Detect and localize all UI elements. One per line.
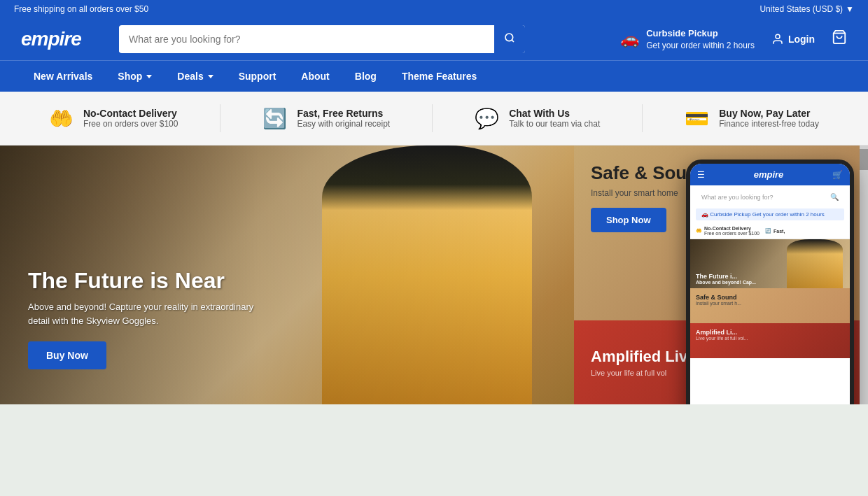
login-button[interactable]: Login <box>771 33 815 45</box>
mobile-cart-icon: 🛒 <box>832 170 843 180</box>
mobile-screen: ☰ empire 🛒 What are you looking for? 🔍 🚗… <box>690 164 850 404</box>
logo[interactable]: empire <box>21 28 105 50</box>
search-input[interactable] <box>119 27 494 52</box>
hero-right-panels: Safe & Sound Install your smart home Sho… <box>574 146 868 404</box>
feature-divider-1 <box>220 104 220 132</box>
mobile-panel-safe: Safe & Sound Install your smart h... <box>690 288 850 323</box>
mobile-search-icon: 🔍 <box>830 193 839 201</box>
mobile-features-bar: 🤲 No-Contact Delivery Free on orders ove… <box>690 223 850 239</box>
mobile-safe-sub: Install your smart h... <box>696 301 844 306</box>
shipping-notice: Free shipping on all orders over $50 <box>14 4 148 14</box>
mobile-safe-title: Safe & Sound <box>696 294 844 301</box>
curbside-pickup: 🚗 Curbside Pickup Get your order within … <box>620 27 755 52</box>
top-bar: Free shipping on all orders over $50 Uni… <box>0 0 868 18</box>
nav-shop[interactable]: Shop <box>105 61 164 92</box>
chat-subtitle: Talk to our team via chat <box>509 119 600 129</box>
shop-dropdown-arrow <box>146 75 152 78</box>
no-contact-subtitle: Free on orders over $100 <box>83 119 178 129</box>
nav-about[interactable]: About <box>288 61 342 92</box>
mobile-feature-2-title: Fast, <box>774 229 785 234</box>
pay-later-icon: 💳 <box>685 107 709 130</box>
cart-icon <box>832 29 847 45</box>
mobile-feature-2-icon: 🔄 <box>765 228 771 234</box>
panel-shop-button[interactable]: Shop Now <box>591 208 666 232</box>
feature-no-contact: 🤲 No-Contact Delivery Free on orders ove… <box>49 107 178 130</box>
mobile-logo: empire <box>754 169 784 180</box>
mobile-hero-text: The Future i... Above and beyond! Cap... <box>696 273 756 285</box>
hero-subtitle: Above and beyond! Capture your reality i… <box>28 300 266 327</box>
hero-banner: The Future is Near Above and beyond! Cap… <box>0 146 574 404</box>
hero-cta-button[interactable]: Buy Now <box>28 341 106 369</box>
scrollbar-thumb[interactable] <box>860 149 868 170</box>
feature-returns: 🔄 Fast, Free Returns Easy with original … <box>262 107 390 130</box>
returns-subtitle: Easy with original receipt <box>297 119 390 129</box>
search-icon <box>504 32 515 43</box>
mobile-feature-1-sub: Free on orders over $100 <box>704 231 760 236</box>
user-icon <box>771 33 784 45</box>
mobile-header: ☰ empire 🛒 <box>690 164 850 185</box>
hero-title: The Future is Near <box>28 269 266 293</box>
mobile-menu-icon: ☰ <box>697 170 705 180</box>
cart-button[interactable] <box>832 29 847 49</box>
mobile-search-bar[interactable]: What are you looking for? 🔍 <box>696 190 844 204</box>
nav-blog[interactable]: Blog <box>342 61 389 92</box>
locale-selector[interactable]: United States (USD $) ▼ <box>760 4 854 14</box>
mobile-amp-sub: Live your life at full vol... <box>696 336 844 341</box>
mobile-feature-1: 🤲 No-Contact Delivery Free on orders ove… <box>696 226 760 236</box>
page-scrollbar[interactable] <box>860 146 868 404</box>
mobile-mockup: ☰ empire 🛒 What are you looking for? 🔍 🚗… <box>686 160 854 404</box>
pay-later-subtitle: Finance interest-free today <box>719 119 819 129</box>
nav-deals[interactable]: Deals <box>164 61 225 92</box>
curbside-title: Curbside Pickup <box>646 28 718 38</box>
feature-chat: 💬 Chat With Us Talk to our team via chat <box>475 107 600 130</box>
curbside-subtitle: Get your order within 2 hours <box>646 41 755 50</box>
feature-pay-later: 💳 Buy Now, Pay Later Finance interest-fr… <box>685 107 819 130</box>
hero-section: The Future is Near Above and beyond! Cap… <box>0 146 868 404</box>
navigation: New Arrivals Shop Deals Support About Bl… <box>0 60 868 92</box>
mobile-feature-1-icon: 🤲 <box>696 228 702 234</box>
login-label: Login <box>788 34 815 45</box>
no-contact-title: No-Contact Delivery <box>83 108 178 119</box>
hero-content: The Future is Near Above and beyond! Cap… <box>28 269 266 369</box>
locale-label: United States (USD $) <box>760 4 843 14</box>
mobile-panel-amp: Amplified Li... Live your life at full v… <box>690 323 850 358</box>
curbside-icon: 🚗 <box>620 30 639 48</box>
mobile-feature-1-title: No-Contact Delivery <box>704 226 760 231</box>
deals-dropdown-arrow <box>208 75 214 78</box>
feature-divider-3 <box>642 104 643 132</box>
pay-later-title: Buy Now, Pay Later <box>719 108 819 119</box>
mobile-hero-banner: The Future i... Above and beyond! Cap... <box>690 239 850 288</box>
search-bar <box>119 25 525 53</box>
svg-point-0 <box>505 34 513 41</box>
nav-new-arrivals[interactable]: New Arrivals <box>21 61 105 92</box>
mobile-amp-title: Amplified Li... <box>696 329 844 336</box>
mobile-feature-2: 🔄 Fast, <box>765 226 785 236</box>
returns-icon: 🔄 <box>262 107 287 130</box>
header-actions: 🚗 Curbside Pickup Get your order within … <box>620 27 847 52</box>
mobile-search-placeholder: What are you looking for? <box>701 194 774 201</box>
svg-line-1 <box>512 40 514 42</box>
no-contact-icon: 🤲 <box>49 107 74 130</box>
returns-title: Fast, Free Returns <box>297 108 390 119</box>
header: empire 🚗 Curbside Pickup Get your order … <box>0 18 868 60</box>
locale-arrow: ▼ <box>846 4 854 14</box>
nav-support[interactable]: Support <box>226 61 289 92</box>
feature-divider-2 <box>432 104 433 132</box>
chat-icon: 💬 <box>475 107 499 130</box>
features-bar: 🤲 No-Contact Delivery Free on orders ove… <box>0 92 868 146</box>
mobile-curbside: 🚗 Curbside Pickup Get your order within … <box>696 208 844 220</box>
search-button[interactable] <box>494 25 525 53</box>
chat-title: Chat With Us <box>509 108 600 119</box>
nav-theme-features[interactable]: Theme Features <box>389 61 489 92</box>
svg-point-2 <box>776 34 780 38</box>
